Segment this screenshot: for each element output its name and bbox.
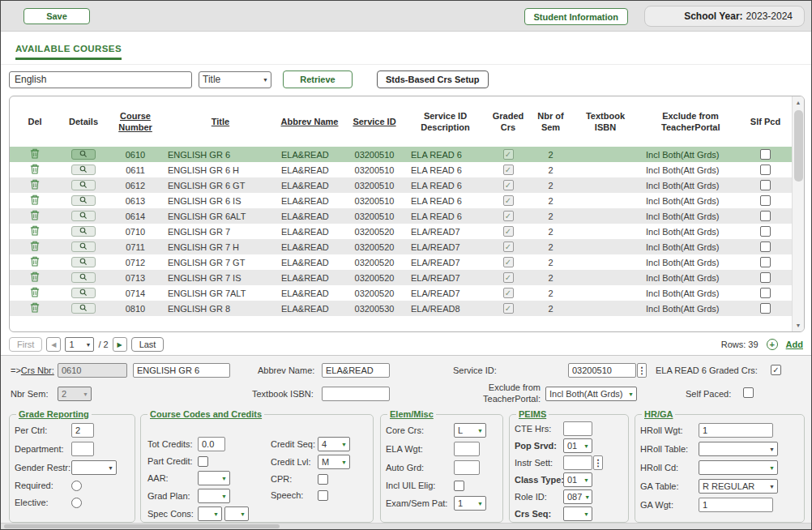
slf-pcd-checkbox[interactable]	[760, 180, 771, 190]
prev-page-button[interactable]: ◀	[46, 337, 61, 352]
scroll-up-icon[interactable]: ▲	[793, 96, 805, 109]
spec-cons-select-2[interactable]: ▼	[224, 506, 249, 521]
incl-uil-elig-checkbox[interactable]	[454, 481, 464, 491]
first-page-button[interactable]: First	[9, 337, 42, 352]
spec-cons-select-1[interactable]: ▼	[198, 506, 222, 521]
abbrev-name-field[interactable]	[322, 363, 390, 378]
nbr-sem-select[interactable]: 2 ▼	[58, 387, 92, 401]
table-row[interactable]: 0711 ENGLISH GR 7 H ELA&READ 03200520 EL…	[10, 239, 792, 254]
delete-row-button[interactable]	[30, 302, 40, 313]
col-course-number[interactable]: Course Number	[107, 96, 164, 147]
ga-table-select[interactable]: R REGULAR▼	[699, 479, 778, 494]
hroll-cd-select[interactable]: ▼	[699, 460, 778, 475]
search-by-select[interactable]: Title ▼	[199, 71, 271, 88]
graded-crs-checkbox[interactable]	[503, 272, 514, 283]
ela-wgt-field[interactable]	[454, 442, 480, 456]
col-service-id[interactable]: Service ID	[342, 96, 407, 147]
details-button[interactable]	[71, 272, 96, 283]
exclude-from-teacherportal-select[interactable]: Incl Both(Att Grds) ▼	[545, 387, 637, 401]
course-title-field[interactable]	[133, 363, 230, 378]
class-type-select[interactable]: 01▼	[563, 472, 592, 487]
delete-row-button[interactable]	[30, 194, 40, 205]
tot-credits-field[interactable]	[198, 437, 225, 451]
graded-crs-checkbox[interactable]	[503, 165, 514, 175]
details-button[interactable]	[71, 288, 96, 298]
hroll-table-select[interactable]: ▼	[699, 442, 778, 456]
table-row[interactable]: 0714 ENGLISH GR 7ALT ELA&READ 03200520 E…	[10, 285, 792, 301]
grad-plan-select[interactable]: ▼	[198, 489, 230, 503]
graded-crs-checkbox[interactable]	[503, 180, 514, 190]
tab-available-courses[interactable]: AVAILABLE COURSES	[15, 44, 122, 60]
cte-hrs-field[interactable]	[563, 421, 592, 436]
scrollbar-thumb[interactable]	[794, 110, 803, 182]
add-icon[interactable]: +	[767, 339, 778, 350]
graded-crs-checkbox[interactable]	[503, 226, 514, 237]
details-button[interactable]	[71, 149, 96, 160]
per-ctrl-field[interactable]	[71, 423, 94, 438]
slf-pcd-checkbox[interactable]	[760, 303, 771, 314]
textbook-isbn-field[interactable]	[322, 387, 390, 401]
graded-crs-checkbox[interactable]	[503, 241, 514, 252]
credit-lvl-select[interactable]: M▼	[318, 455, 350, 469]
last-page-button[interactable]: Last	[131, 337, 165, 352]
page-select[interactable]: 1 ▼	[65, 337, 94, 352]
slf-pcd-checkbox[interactable]	[760, 241, 771, 252]
slf-pcd-checkbox[interactable]	[760, 195, 771, 206]
col-title[interactable]: Title	[164, 96, 277, 147]
slf-pcd-checkbox[interactable]	[760, 257, 771, 267]
save-button[interactable]: Save	[24, 8, 90, 24]
ga-wgt-field[interactable]	[699, 498, 773, 512]
slf-pcd-checkbox[interactable]	[760, 211, 771, 221]
credit-seq-select[interactable]: 4▼	[318, 437, 350, 451]
cpr-checkbox[interactable]	[318, 474, 328, 485]
scroll-down-icon[interactable]: ▼	[793, 319, 805, 331]
table-row[interactable]: 0712 ENGLISH GR 7 GT ELA&READ 03200520 E…	[10, 254, 792, 270]
delete-row-button[interactable]	[30, 256, 40, 267]
hroll-wgt-field[interactable]	[699, 423, 773, 438]
core-crs-select[interactable]: L▼	[454, 423, 486, 438]
details-button[interactable]	[71, 303, 96, 314]
instr-sett-ellipsis-icon[interactable]: ⋮	[593, 455, 603, 470]
graded-crs-checkbox[interactable]	[503, 288, 514, 298]
service-id-ellipsis-icon[interactable]: ⋮	[637, 363, 647, 378]
self-paced-form-checkbox[interactable]	[743, 387, 754, 398]
delete-row-button[interactable]	[30, 287, 40, 297]
delete-row-button[interactable]	[30, 225, 40, 236]
required-radio[interactable]	[71, 481, 82, 491]
slf-pcd-checkbox[interactable]	[760, 226, 771, 237]
exam-sem-pat-select[interactable]: 1▼	[454, 496, 486, 511]
delete-row-button[interactable]	[30, 241, 40, 251]
pop-srvd-select[interactable]: 01▼	[563, 438, 592, 453]
graded-crs-checkbox[interactable]	[503, 303, 514, 314]
slf-pcd-checkbox[interactable]	[760, 149, 771, 160]
horizontal-scrollbar[interactable]	[1, 523, 811, 529]
details-button[interactable]	[71, 241, 96, 252]
graded-crs-form-checkbox[interactable]	[771, 365, 781, 375]
student-information-button[interactable]: Student Information	[524, 8, 629, 25]
role-id-select[interactable]: 087▼	[563, 489, 592, 504]
details-button[interactable]	[71, 195, 96, 206]
table-row[interactable]: 0611 ENGLISH GR 6 H ELA&READ 03200510 EL…	[10, 162, 792, 177]
stds-based-crs-setup-button[interactable]: Stds-Based Crs Setup	[377, 71, 489, 88]
add-row-link[interactable]: Add	[786, 340, 803, 349]
table-row[interactable]: 0614 ENGLISH GR 6ALT ELA&READ 03200510 E…	[10, 208, 792, 224]
vertical-scrollbar[interactable]: ▲ ▼	[792, 96, 804, 331]
graded-crs-checkbox[interactable]	[503, 149, 514, 160]
details-button[interactable]	[71, 211, 96, 221]
crs-nbr-field[interactable]	[58, 363, 127, 378]
retrieve-button[interactable]: Retrieve	[283, 71, 353, 88]
part-credit-checkbox[interactable]	[198, 456, 208, 467]
aar-select[interactable]: ▼	[198, 471, 230, 485]
table-row[interactable]: 0613 ENGLISH GR 6 IS ELA&READ 03200510 E…	[10, 193, 792, 208]
details-button[interactable]	[71, 165, 96, 175]
elective-radio[interactable]	[71, 498, 82, 508]
graded-crs-checkbox[interactable]	[503, 257, 514, 267]
course-search-input[interactable]	[9, 71, 192, 88]
graded-crs-checkbox[interactable]	[503, 195, 514, 206]
details-button[interactable]	[71, 257, 96, 267]
service-id-field[interactable]	[568, 363, 636, 378]
col-abbrev-name[interactable]: Abbrev Name	[277, 96, 342, 147]
slf-pcd-checkbox[interactable]	[760, 165, 771, 175]
table-row[interactable]: 0610 ENGLISH GR 6 ELA&READ 03200510 ELA …	[10, 147, 792, 162]
delete-row-button[interactable]	[30, 179, 40, 190]
